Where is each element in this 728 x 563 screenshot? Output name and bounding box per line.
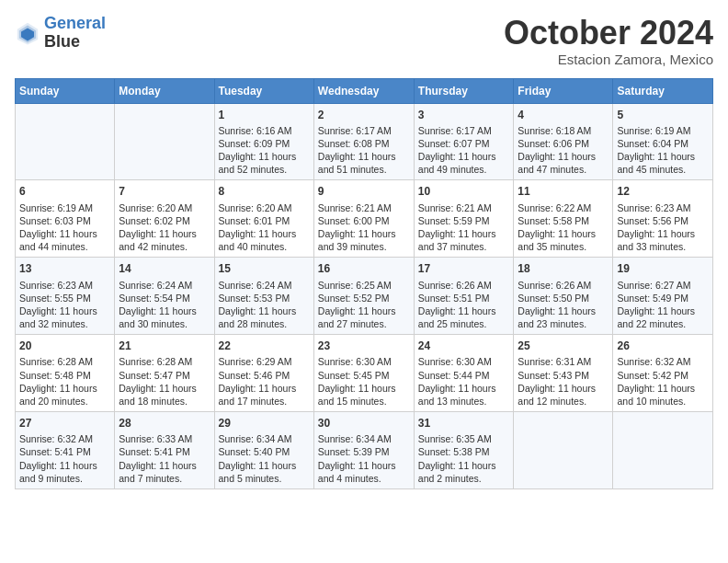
day-number: 14 bbox=[119, 261, 210, 276]
cell-info: Sunrise: 6:24 AM Sunset: 5:53 PM Dayligh… bbox=[219, 279, 310, 331]
calendar-cell: 29Sunrise: 6:34 AM Sunset: 5:40 PM Dayli… bbox=[214, 412, 313, 489]
day-number: 16 bbox=[318, 261, 410, 276]
calendar-cell: 28Sunrise: 6:33 AM Sunset: 5:41 PM Dayli… bbox=[115, 412, 214, 489]
calendar-table: SundayMondayTuesdayWednesdayThursdayFrid… bbox=[15, 78, 713, 489]
calendar-cell: 12Sunrise: 6:23 AM Sunset: 5:56 PM Dayli… bbox=[613, 180, 713, 258]
col-header-friday: Friday bbox=[514, 78, 613, 103]
calendar-cell: 8Sunrise: 6:20 AM Sunset: 6:01 PM Daylig… bbox=[214, 180, 313, 258]
day-number: 24 bbox=[418, 339, 510, 353]
cell-info: Sunrise: 6:20 AM Sunset: 6:02 PM Dayligh… bbox=[119, 201, 210, 254]
cell-info: Sunrise: 6:19 AM Sunset: 6:03 PM Dayligh… bbox=[19, 201, 110, 254]
day-number: 19 bbox=[617, 261, 709, 276]
calendar-cell: 30Sunrise: 6:34 AM Sunset: 5:39 PM Dayli… bbox=[313, 412, 414, 489]
col-header-thursday: Thursday bbox=[414, 78, 514, 103]
calendar-cell: 5Sunrise: 6:19 AM Sunset: 6:04 PM Daylig… bbox=[613, 103, 713, 180]
cell-info: Sunrise: 6:26 AM Sunset: 5:50 PM Dayligh… bbox=[518, 279, 609, 331]
calendar-cell: 15Sunrise: 6:24 AM Sunset: 5:53 PM Dayli… bbox=[214, 258, 313, 335]
cell-info: Sunrise: 6:21 AM Sunset: 6:00 PM Dayligh… bbox=[318, 201, 410, 254]
cell-info: Sunrise: 6:34 AM Sunset: 5:39 PM Dayligh… bbox=[318, 432, 410, 485]
day-number: 21 bbox=[119, 339, 210, 353]
cell-info: Sunrise: 6:28 AM Sunset: 5:48 PM Dayligh… bbox=[19, 355, 110, 408]
cell-info: Sunrise: 6:23 AM Sunset: 5:56 PM Dayligh… bbox=[617, 201, 709, 254]
day-number: 30 bbox=[318, 416, 410, 431]
day-number: 10 bbox=[418, 184, 510, 199]
cell-info: Sunrise: 6:20 AM Sunset: 6:01 PM Dayligh… bbox=[219, 201, 310, 254]
calendar-cell: 9Sunrise: 6:21 AM Sunset: 6:00 PM Daylig… bbox=[313, 180, 414, 258]
calendar-cell: 16Sunrise: 6:25 AM Sunset: 5:52 PM Dayli… bbox=[313, 258, 414, 335]
week-row-1: 1Sunrise: 6:16 AM Sunset: 6:09 PM Daylig… bbox=[16, 103, 713, 180]
logo: General Blue bbox=[15, 15, 106, 52]
calendar-cell: 25Sunrise: 6:31 AM Sunset: 5:43 PM Dayli… bbox=[514, 335, 613, 412]
cell-info: Sunrise: 6:32 AM Sunset: 5:41 PM Dayligh… bbox=[19, 432, 110, 485]
col-header-saturday: Saturday bbox=[613, 78, 713, 103]
cell-info: Sunrise: 6:30 AM Sunset: 5:45 PM Dayligh… bbox=[318, 355, 410, 408]
cell-info: Sunrise: 6:27 AM Sunset: 5:49 PM Dayligh… bbox=[617, 279, 709, 331]
month-title: October 2024 bbox=[504, 15, 713, 52]
calendar-cell: 7Sunrise: 6:20 AM Sunset: 6:02 PM Daylig… bbox=[115, 180, 214, 258]
day-number: 11 bbox=[518, 184, 609, 199]
logo-text: General Blue bbox=[44, 15, 106, 52]
calendar-cell: 10Sunrise: 6:21 AM Sunset: 5:59 PM Dayli… bbox=[414, 180, 514, 258]
cell-info: Sunrise: 6:22 AM Sunset: 5:58 PM Dayligh… bbox=[518, 201, 609, 254]
calendar-cell bbox=[115, 103, 214, 180]
day-number: 27 bbox=[19, 416, 110, 431]
day-number: 1 bbox=[219, 108, 310, 122]
cell-info: Sunrise: 6:16 AM Sunset: 6:09 PM Dayligh… bbox=[219, 124, 310, 177]
col-header-tuesday: Tuesday bbox=[214, 78, 313, 103]
day-number: 8 bbox=[219, 184, 310, 199]
col-header-sunday: Sunday bbox=[16, 78, 115, 103]
calendar-cell: 26Sunrise: 6:32 AM Sunset: 5:42 PM Dayli… bbox=[613, 335, 713, 412]
calendar-cell: 17Sunrise: 6:26 AM Sunset: 5:51 PM Dayli… bbox=[414, 258, 514, 335]
calendar-cell: 13Sunrise: 6:23 AM Sunset: 5:55 PM Dayli… bbox=[16, 258, 115, 335]
day-number: 3 bbox=[418, 108, 510, 122]
day-number: 23 bbox=[318, 339, 410, 353]
day-number: 17 bbox=[418, 261, 510, 276]
calendar-cell: 23Sunrise: 6:30 AM Sunset: 5:45 PM Dayli… bbox=[313, 335, 414, 412]
cell-info: Sunrise: 6:24 AM Sunset: 5:54 PM Dayligh… bbox=[119, 279, 210, 331]
calendar-cell: 27Sunrise: 6:32 AM Sunset: 5:41 PM Dayli… bbox=[16, 412, 115, 489]
cell-info: Sunrise: 6:34 AM Sunset: 5:40 PM Dayligh… bbox=[219, 432, 310, 485]
cell-info: Sunrise: 6:25 AM Sunset: 5:52 PM Dayligh… bbox=[318, 279, 410, 331]
day-number: 2 bbox=[318, 108, 410, 122]
day-number: 12 bbox=[617, 184, 709, 199]
day-number: 22 bbox=[219, 339, 310, 353]
calendar-cell: 3Sunrise: 6:17 AM Sunset: 6:07 PM Daylig… bbox=[414, 103, 514, 180]
cell-info: Sunrise: 6:21 AM Sunset: 5:59 PM Dayligh… bbox=[418, 201, 510, 254]
logo-icon bbox=[15, 20, 40, 46]
calendar-header-row: SundayMondayTuesdayWednesdayThursdayFrid… bbox=[16, 78, 713, 103]
calendar-cell: 18Sunrise: 6:26 AM Sunset: 5:50 PM Dayli… bbox=[514, 258, 613, 335]
cell-info: Sunrise: 6:19 AM Sunset: 6:04 PM Dayligh… bbox=[617, 124, 709, 177]
cell-info: Sunrise: 6:31 AM Sunset: 5:43 PM Dayligh… bbox=[518, 355, 609, 408]
week-row-5: 27Sunrise: 6:32 AM Sunset: 5:41 PM Dayli… bbox=[16, 412, 713, 489]
calendar-cell: 31Sunrise: 6:35 AM Sunset: 5:38 PM Dayli… bbox=[414, 412, 514, 489]
calendar-cell bbox=[613, 412, 713, 489]
calendar-cell: 6Sunrise: 6:19 AM Sunset: 6:03 PM Daylig… bbox=[16, 180, 115, 258]
calendar-cell: 20Sunrise: 6:28 AM Sunset: 5:48 PM Dayli… bbox=[16, 335, 115, 412]
day-number: 9 bbox=[318, 184, 410, 199]
day-number: 13 bbox=[19, 261, 110, 276]
location-subtitle: Estacion Zamora, Mexico bbox=[504, 52, 713, 67]
title-block: October 2024 Estacion Zamora, Mexico bbox=[504, 15, 713, 67]
day-number: 7 bbox=[119, 184, 210, 199]
col-header-wednesday: Wednesday bbox=[313, 78, 414, 103]
cell-info: Sunrise: 6:28 AM Sunset: 5:47 PM Dayligh… bbox=[119, 355, 210, 408]
calendar-cell: 1Sunrise: 6:16 AM Sunset: 6:09 PM Daylig… bbox=[214, 103, 313, 180]
cell-info: Sunrise: 6:32 AM Sunset: 5:42 PM Dayligh… bbox=[617, 355, 709, 408]
day-number: 5 bbox=[617, 108, 709, 122]
day-number: 26 bbox=[617, 339, 709, 353]
week-row-2: 6Sunrise: 6:19 AM Sunset: 6:03 PM Daylig… bbox=[16, 180, 713, 258]
page-header: General Blue October 2024 Estacion Zamor… bbox=[15, 15, 713, 67]
calendar-cell: 21Sunrise: 6:28 AM Sunset: 5:47 PM Dayli… bbox=[115, 335, 214, 412]
calendar-cell: 11Sunrise: 6:22 AM Sunset: 5:58 PM Dayli… bbox=[514, 180, 613, 258]
week-row-3: 13Sunrise: 6:23 AM Sunset: 5:55 PM Dayli… bbox=[16, 258, 713, 335]
cell-info: Sunrise: 6:23 AM Sunset: 5:55 PM Dayligh… bbox=[19, 279, 110, 331]
cell-info: Sunrise: 6:18 AM Sunset: 6:06 PM Dayligh… bbox=[518, 124, 609, 177]
calendar-cell: 4Sunrise: 6:18 AM Sunset: 6:06 PM Daylig… bbox=[514, 103, 613, 180]
calendar-cell: 14Sunrise: 6:24 AM Sunset: 5:54 PM Dayli… bbox=[115, 258, 214, 335]
col-header-monday: Monday bbox=[115, 78, 214, 103]
calendar-cell: 22Sunrise: 6:29 AM Sunset: 5:46 PM Dayli… bbox=[214, 335, 313, 412]
week-row-4: 20Sunrise: 6:28 AM Sunset: 5:48 PM Dayli… bbox=[16, 335, 713, 412]
calendar-cell bbox=[514, 412, 613, 489]
calendar-cell: 19Sunrise: 6:27 AM Sunset: 5:49 PM Dayli… bbox=[613, 258, 713, 335]
cell-info: Sunrise: 6:26 AM Sunset: 5:51 PM Dayligh… bbox=[418, 279, 510, 331]
